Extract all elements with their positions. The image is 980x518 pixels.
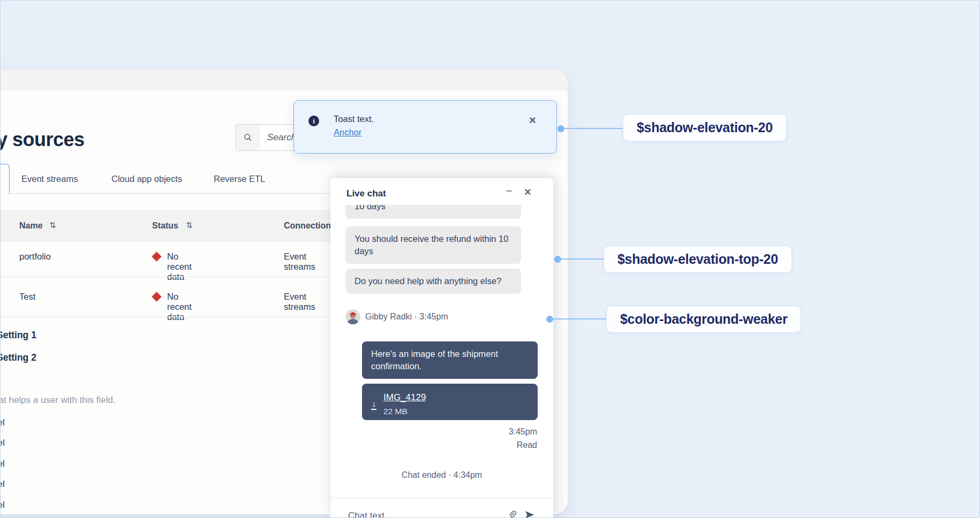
tab-strip-divider — [9, 193, 343, 194]
setting-label-1: Setting 1 — [0, 330, 36, 341]
cell-status: No recent data — [167, 292, 192, 322]
setting-label-2: Setting 2 — [0, 352, 36, 363]
column-header-connection[interactable]: Connection — [284, 221, 331, 231]
read-receipt: Read — [517, 440, 537, 450]
column-header-status[interactable]: Status — [152, 221, 178, 231]
sort-icon[interactable]: ⇅ — [186, 220, 193, 230]
callout-line — [558, 258, 604, 260]
toast — [293, 100, 557, 154]
callout-line — [550, 318, 606, 319]
file-size: 22 MB — [383, 405, 426, 417]
tab-active-stub[interactable] — [0, 164, 10, 194]
field-label: bel — [0, 500, 5, 511]
annotation-shadow-elevation-top-20: $shadow-elevation-top-20 — [604, 246, 792, 273]
search-icon — [236, 125, 260, 150]
row-divider — [0, 277, 343, 277]
paperclip-icon[interactable] — [507, 510, 517, 518]
cell-name: portfolio — [19, 252, 51, 262]
chat-title: Live chat — [346, 188, 386, 199]
message-timestamp: 3:45pm — [509, 427, 537, 437]
annotation-shadow-elevation-20: $shadow-elevation-20 — [623, 114, 787, 141]
chat-agent-caption: Gibby Radki · 3:45pm — [365, 312, 448, 322]
cell-name: Test — [19, 292, 35, 302]
close-icon[interactable]: × — [524, 185, 531, 199]
avatar — [345, 309, 360, 324]
page-title: y sources — [0, 128, 85, 151]
table-bottom-border — [0, 317, 343, 317]
cell-status: No recent data — [167, 252, 192, 282]
chat-message-agent: You should receive the refund within 10 … — [345, 226, 521, 264]
field-label: bel — [0, 479, 5, 490]
chat-message-user: Here's an image of the shipment confirma… — [362, 341, 538, 379]
toast-text: Toast text. — [334, 114, 374, 124]
tab-cloud-app-objects[interactable]: Cloud app objects — [111, 174, 182, 184]
column-header-name[interactable]: Name — [19, 221, 43, 231]
app-card-header-strip — [0, 70, 568, 90]
chat-message-area[interactable]: 10 days You should receive the refund wi… — [330, 205, 553, 498]
toast-anchor-link[interactable]: Anchor — [334, 127, 361, 138]
annotation-color-background-weaker: $color-background-weaker — [606, 306, 801, 333]
helper-text: hat helps a user with this field. — [0, 395, 116, 406]
tab-event-streams[interactable]: Event streams — [21, 174, 78, 184]
file-link[interactable]: IMG_4129 — [383, 391, 426, 403]
chat-message-file: ↓ IMG_4129 22 MB — [362, 384, 538, 420]
chat-input[interactable] — [347, 510, 488, 518]
close-icon[interactable]: × — [529, 113, 536, 127]
callout-line — [561, 128, 623, 129]
cell-connection: Event streams — [284, 292, 315, 312]
download-icon: ↓ — [371, 399, 376, 410]
cell-connection: Event streams — [284, 252, 315, 272]
minimize-icon[interactable]: − — [506, 184, 512, 198]
chat-message-agent: 10 days — [345, 205, 521, 219]
field-label: bel — [0, 438, 5, 448]
send-icon[interactable] — [525, 511, 534, 518]
tab-reverse-etl[interactable]: Reverse ETL — [214, 174, 265, 184]
chat-ended-text: Chat ended · 4:34pm — [330, 470, 553, 480]
sort-icon[interactable]: ⇅ — [49, 220, 56, 230]
chat-message-agent: Do you need help with anything else? — [345, 269, 521, 294]
info-icon: i — [308, 116, 319, 126]
field-label: bel — [0, 417, 5, 428]
field-label: bel — [0, 459, 5, 469]
chat-footer — [330, 498, 553, 518]
